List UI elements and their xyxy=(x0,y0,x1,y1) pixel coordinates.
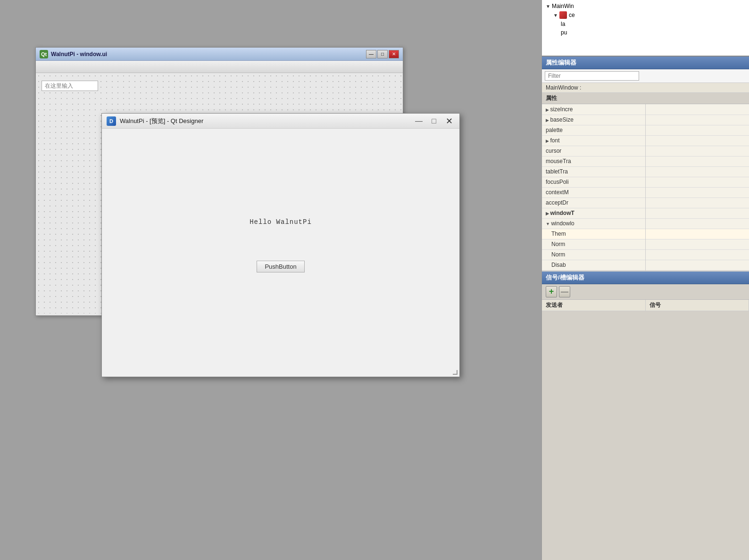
property-value-mouseTra xyxy=(646,156,749,166)
preview-icon: D xyxy=(107,116,116,126)
qt-designer-controls: — □ ✕ xyxy=(366,50,399,58)
property-row-palette[interactable]: palette xyxy=(542,125,749,135)
preview-controls: — □ ✕ xyxy=(413,115,455,127)
qt-icon: Qt xyxy=(40,50,48,58)
tree-item-ce[interactable]: ▼ ce xyxy=(544,10,747,20)
signal-col-sender: 发送者 xyxy=(542,300,646,311)
tree-label-pu: pu xyxy=(561,29,567,36)
property-section-header: 属性 xyxy=(542,93,749,104)
property-name-focusPoli: focusPoli xyxy=(542,177,646,187)
hello-text: Hello WalnutPi xyxy=(250,218,312,226)
mainwindow-label: MainWindow : xyxy=(542,83,749,93)
property-name-contextM: contextM xyxy=(542,187,646,198)
preview-title: WalnutPi - [预览] - Qt Designer xyxy=(120,117,413,125)
property-name-font: font xyxy=(542,135,646,146)
property-editor-header: 属性编辑器 xyxy=(542,57,749,69)
resize-handle[interactable] xyxy=(453,370,458,375)
tree-label-ce: ce xyxy=(569,12,575,18)
property-value-contextM xyxy=(646,187,749,198)
preview-body: Hello WalnutPi PushButton xyxy=(102,129,459,377)
qt-close-button[interactable]: ✕ xyxy=(389,50,399,58)
property-value-disab xyxy=(646,260,749,270)
tree-arrow-mainwin: ▼ xyxy=(546,4,550,9)
qt-minimize-button[interactable]: — xyxy=(366,50,376,58)
property-row-norm2[interactable]: Norm xyxy=(542,249,749,260)
qt-designer-titlebar: Qt WalnutPi - window.ui — □ ✕ xyxy=(36,48,403,61)
tree-item-la[interactable]: la xyxy=(544,20,747,28)
property-row-acceptDr[interactable]: acceptDr xyxy=(542,198,749,208)
property-row-tabletTra[interactable]: tabletTra xyxy=(542,166,749,177)
property-row-norm1[interactable]: Norm xyxy=(542,239,749,249)
qt-text-input[interactable] xyxy=(42,81,98,91)
property-value-focusPoli xyxy=(646,177,749,187)
property-name-cursor: cursor xyxy=(542,146,646,156)
property-value-them xyxy=(646,229,749,239)
property-value-norm2 xyxy=(646,249,749,260)
property-name-windowT: windowT xyxy=(542,208,646,218)
qt-menubar xyxy=(36,61,403,73)
property-name-norm1: Norm xyxy=(542,239,646,249)
tree-label-la: la xyxy=(561,21,565,27)
property-value-tabletTra xyxy=(646,166,749,177)
property-value-sizeIncre xyxy=(646,104,749,115)
filter-row xyxy=(542,69,749,83)
preview-maximize-button[interactable]: □ xyxy=(428,115,440,127)
property-row-disab[interactable]: Disab xyxy=(542,260,749,270)
preview-close-button[interactable]: ✕ xyxy=(443,115,455,127)
property-row-mouseTra[interactable]: mouseTra xyxy=(542,156,749,166)
preview-window: D WalnutPi - [预览] - Qt Designer — □ ✕ He… xyxy=(101,113,460,377)
tree-icon-ce xyxy=(559,11,567,19)
property-value-norm1 xyxy=(646,239,749,249)
qt-maximize-button[interactable]: □ xyxy=(377,50,388,58)
object-tree: ▼ MainWin ▼ ce la pu xyxy=(542,0,749,57)
property-value-palette xyxy=(646,125,749,135)
tree-item-mainwin[interactable]: ▼ MainWin xyxy=(544,2,747,10)
signal-editor-header: 信号/槽编辑器 xyxy=(542,272,749,284)
property-name-palette: palette xyxy=(542,125,646,135)
property-row-baseSize[interactable]: baseSize xyxy=(542,115,749,125)
property-value-acceptDr xyxy=(646,198,749,208)
right-panel: ▼ MainWin ▼ ce la pu 属性编辑器 MainWindow : … xyxy=(541,0,749,560)
preview-titlebar: D WalnutPi - [预览] - Qt Designer — □ ✕ xyxy=(102,114,459,129)
property-name-tabletTra: tabletTra xyxy=(542,166,646,177)
property-value-font xyxy=(646,135,749,146)
property-name-disab: Disab xyxy=(542,260,646,270)
qt-designer-title: WalnutPi - window.ui xyxy=(51,51,366,58)
property-row-focusPoli[interactable]: focusPoli xyxy=(542,177,749,187)
signal-remove-button[interactable]: — xyxy=(559,286,570,297)
property-row-them[interactable]: Them xyxy=(542,229,749,239)
signal-add-button[interactable]: + xyxy=(546,286,557,297)
signal-toolbar: + — xyxy=(542,284,749,300)
property-row-windowlo[interactable]: windowlo xyxy=(542,218,749,229)
tree-item-pu[interactable]: pu xyxy=(544,28,747,37)
signal-table-header: 发送者 信号 xyxy=(542,300,749,311)
property-name-sizeIncre: sizeIncre xyxy=(542,104,646,115)
property-row-sizeIncre[interactable]: sizeIncre xyxy=(542,104,749,115)
property-value-windowT xyxy=(646,208,749,218)
property-name-baseSize: baseSize xyxy=(542,115,646,125)
property-name-acceptDr: acceptDr xyxy=(542,198,646,208)
property-row-contextM[interactable]: contextM xyxy=(542,187,749,198)
preview-minimize-button[interactable]: — xyxy=(413,115,424,127)
property-filter-input[interactable] xyxy=(545,71,639,81)
push-button[interactable]: PushButton xyxy=(257,261,304,272)
property-name-windowlo: windowlo xyxy=(542,218,646,229)
property-value-cursor xyxy=(646,146,749,156)
property-table: sizeIncre baseSize palette font cursor m… xyxy=(542,104,749,271)
property-name-them: Them xyxy=(542,229,646,239)
signal-col-signal: 信号 xyxy=(646,300,749,311)
property-name-norm2: Norm xyxy=(542,249,646,260)
property-name-mouseTra: mouseTra xyxy=(542,156,646,166)
tree-label-mainwin: MainWin xyxy=(552,3,574,9)
property-value-baseSize xyxy=(646,115,749,125)
property-row-windowT[interactable]: windowT xyxy=(542,208,749,218)
property-value-windowlo xyxy=(646,218,749,229)
property-row-font[interactable]: font xyxy=(542,135,749,146)
property-row-cursor[interactable]: cursor xyxy=(542,146,749,156)
tree-arrow-ce: ▼ xyxy=(553,13,558,18)
